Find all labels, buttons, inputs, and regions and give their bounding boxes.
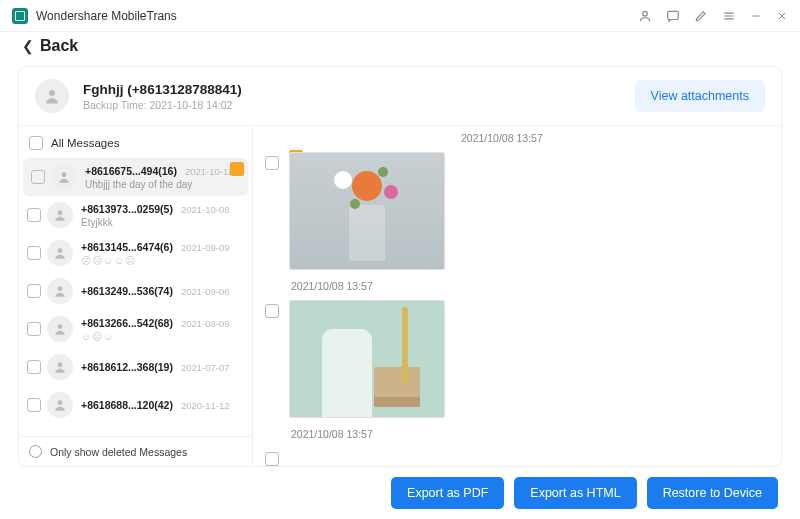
- message-checkbox[interactable]: [265, 452, 279, 466]
- thread-checkbox[interactable]: [27, 360, 41, 374]
- thread-number: +8618688...120(42): [81, 399, 173, 411]
- thread-checkbox[interactable]: [27, 246, 41, 260]
- view-attachments-button[interactable]: View attachments: [635, 80, 765, 112]
- card-header: Fghhjj (+8613128788841) Backup Time: 202…: [19, 67, 781, 126]
- footer: Export as PDF Export as HTML Restore to …: [0, 467, 800, 519]
- thread-date: 2021-07-07: [181, 362, 230, 373]
- thread-item[interactable]: +8613266...542(68)2021-08-09☺☹☺: [19, 310, 252, 348]
- svg-point-8: [58, 362, 63, 367]
- message-timestamp: 2021/10/08 13:57: [291, 428, 773, 440]
- svg-rect-1: [668, 11, 679, 19]
- back-button[interactable]: ❮ Back: [0, 32, 800, 60]
- thread-preview: ☺☹☺: [81, 331, 244, 342]
- thread-number: +8613266...542(68): [81, 317, 173, 329]
- message-checkbox[interactable]: [265, 304, 279, 318]
- all-messages-label: All Messages: [51, 137, 119, 149]
- message-row: [261, 296, 773, 422]
- close-icon[interactable]: [776, 9, 788, 23]
- svg-point-0: [643, 11, 648, 16]
- message-timestamp: 2021/10/08 13:57: [291, 280, 773, 292]
- thread-checkbox[interactable]: [27, 208, 41, 222]
- person-icon: [47, 240, 73, 266]
- sim-badge-icon: [230, 162, 244, 176]
- thread-date: 2021-10-18: [185, 166, 234, 177]
- only-deleted-radio[interactable]: [29, 445, 42, 458]
- message-checkbox[interactable]: [265, 156, 279, 170]
- backup-time: Backup Time: 2021-10-18 14:02: [83, 99, 242, 111]
- svg-point-2: [49, 90, 55, 96]
- thread-date: 2021-09-09: [181, 242, 230, 253]
- message-row: [261, 148, 773, 274]
- message-pane: 2021/10/08 13:572021/10/08 13:572021/10/…: [253, 126, 781, 466]
- thread-number: +8618612...368(19): [81, 361, 173, 373]
- body: All Messages +8616675...494(16)2021-10-1…: [19, 126, 781, 466]
- thread-date: 2021-09-06: [181, 286, 230, 297]
- contact-avatar-icon: [35, 79, 69, 113]
- thread-date: 2021-08-09: [181, 318, 230, 329]
- person-icon: [47, 392, 73, 418]
- svg-point-9: [58, 400, 63, 405]
- thread-number: +8613973...0259(5): [81, 203, 173, 215]
- person-icon: [47, 202, 73, 228]
- thread-item[interactable]: +8613249...536(74)2021-09-06: [19, 272, 252, 310]
- thread-checkbox[interactable]: [27, 284, 41, 298]
- thread-item[interactable]: +8613145...6474(6)2021-09-09☹☹☺☺☹: [19, 234, 252, 272]
- only-deleted-label: Only show deleted Messages: [50, 446, 187, 458]
- person-icon: [47, 316, 73, 342]
- export-pdf-button[interactable]: Export as PDF: [391, 477, 504, 509]
- thread-checkbox[interactable]: [27, 322, 41, 336]
- main-card: Fghhjj (+8613128788841) Backup Time: 202…: [18, 66, 782, 467]
- minimize-icon[interactable]: [750, 9, 762, 23]
- thread-date: 2021-10-08: [181, 204, 230, 215]
- thread-number: +8613249...536(74): [81, 285, 173, 297]
- export-html-button[interactable]: Export as HTML: [514, 477, 636, 509]
- svg-point-3: [62, 172, 67, 177]
- app-logo-icon: [12, 8, 28, 24]
- thread-item[interactable]: +8618612...368(19)2021-07-07: [19, 348, 252, 386]
- svg-point-4: [58, 210, 63, 215]
- only-deleted-row[interactable]: Only show deleted Messages: [19, 436, 252, 466]
- chat-icon[interactable]: [666, 9, 680, 23]
- svg-point-7: [58, 324, 63, 329]
- thread-list: +8616675...494(16)2021-10-18Uhbjjj the d…: [19, 158, 252, 436]
- message-row: [261, 444, 773, 466]
- person-icon: [47, 278, 73, 304]
- message-image[interactable]: [289, 152, 445, 270]
- person-icon: [51, 164, 77, 190]
- sidebar: All Messages +8616675...494(16)2021-10-1…: [19, 126, 253, 466]
- titlebar: Wondershare MobileTrans: [0, 0, 800, 32]
- restore-button[interactable]: Restore to Device: [647, 477, 778, 509]
- edit-icon[interactable]: [694, 9, 708, 23]
- thread-number: +8616675...494(16): [85, 165, 177, 177]
- user-icon[interactable]: [638, 9, 652, 23]
- menu-icon[interactable]: [722, 9, 736, 23]
- thread-date: 2020-11-12: [181, 400, 230, 411]
- app-title: Wondershare MobileTrans: [36, 9, 177, 23]
- all-messages-checkbox[interactable]: [29, 136, 43, 150]
- thread-preview: Etyjkkk: [81, 217, 244, 228]
- thread-preview: Uhbjjj the day of the day: [85, 179, 240, 190]
- thread-checkbox[interactable]: [27, 398, 41, 412]
- contact-name: Fghhjj (+8613128788841): [83, 82, 242, 97]
- message-image[interactable]: [289, 300, 445, 418]
- thread-preview: ☹☹☺☺☹: [81, 255, 244, 266]
- app-window: Wondershare MobileTrans ❮ Back Fghhjj (+…: [0, 0, 800, 519]
- thread-item[interactable]: +8616675...494(16)2021-10-18Uhbjjj the d…: [23, 158, 248, 196]
- thread-item[interactable]: +8618688...120(42)2020-11-12: [19, 386, 252, 424]
- thread-number: +8613145...6474(6): [81, 241, 173, 253]
- svg-point-6: [58, 286, 63, 291]
- all-messages-row[interactable]: All Messages: [19, 126, 252, 158]
- thread-item[interactable]: +8613973...0259(5)2021-10-08Etyjkkk: [19, 196, 252, 234]
- person-icon: [47, 354, 73, 380]
- thread-checkbox[interactable]: [31, 170, 45, 184]
- message-timestamp: 2021/10/08 13:57: [461, 132, 773, 144]
- chevron-left-icon: ❮: [22, 38, 34, 54]
- svg-point-5: [58, 248, 63, 253]
- back-label: Back: [40, 37, 78, 55]
